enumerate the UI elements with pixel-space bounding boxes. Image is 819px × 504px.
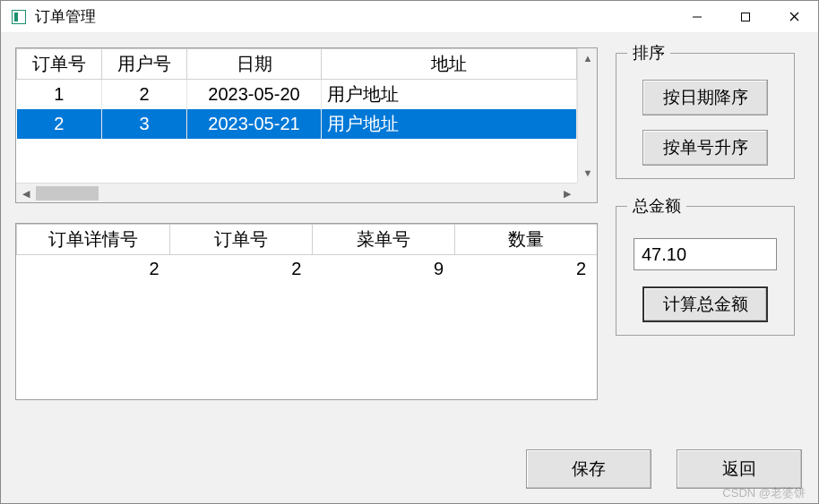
calculate-total-button[interactable]: 计算总金额 <box>642 286 768 322</box>
scroll-down-icon[interactable]: ▼ <box>578 163 598 183</box>
orders-col-order-id[interactable]: 订单号 <box>17 49 102 80</box>
scroll-left-icon[interactable]: ◀ <box>16 184 36 203</box>
right-column: 排序 按日期降序 按单号升序 总金额 计算总金额 <box>616 42 795 352</box>
maximize-button[interactable] <box>721 1 770 33</box>
scroll-right-icon[interactable]: ▶ <box>557 184 577 203</box>
sort-group: 排序 按日期降序 按单号升序 <box>616 42 795 179</box>
scroll-thumb[interactable] <box>36 186 99 201</box>
svg-line-3 <box>790 13 798 21</box>
details-col-detail-id[interactable]: 订单详情号 <box>17 225 170 255</box>
sort-by-date-desc-button[interactable]: 按日期降序 <box>642 80 768 115</box>
cell-address: 用户地址 <box>322 80 577 110</box>
left-column: 订单号 用户号 日期 地址 1 2 2023-05-20 用户地 <box>15 47 598 400</box>
svg-line-2 <box>790 13 798 21</box>
sort-legend: 排序 <box>627 42 670 64</box>
svg-rect-1 <box>742 13 750 21</box>
cell-order-id: 2 <box>17 109 102 139</box>
cell-menu-id: 9 <box>312 255 454 284</box>
details-col-menu-id[interactable]: 菜单号 <box>312 225 454 255</box>
sort-by-id-asc-button[interactable]: 按单号升序 <box>642 130 768 166</box>
orders-header-row: 订单号 用户号 日期 地址 <box>17 49 577 80</box>
app-window: 订单管理 订单号 <box>0 0 819 504</box>
total-legend: 总金额 <box>627 195 686 217</box>
scroll-corner <box>577 183 597 202</box>
titlebar: 订单管理 <box>1 1 818 33</box>
orders-col-address[interactable]: 地址 <box>322 49 577 80</box>
cell-order-id: 1 <box>17 80 102 110</box>
orders-vertical-scrollbar[interactable]: ▲ ▼ <box>577 48 597 183</box>
close-button[interactable] <box>770 1 818 33</box>
details-header-row: 订单详情号 订单号 菜单号 数量 <box>17 225 598 255</box>
orders-col-date[interactable]: 日期 <box>187 49 322 80</box>
details-table-frame: 订单详情号 订单号 菜单号 数量 2 2 9 2 <box>15 223 598 400</box>
orders-table[interactable]: 订单号 用户号 日期 地址 1 2 2023-05-20 用户地 <box>16 48 577 139</box>
cell-user-id: 2 <box>102 80 187 110</box>
scroll-up-icon[interactable]: ▲ <box>578 48 598 68</box>
cell-date: 2023-05-20 <box>187 80 322 110</box>
minimize-button[interactable] <box>673 1 721 33</box>
table-row[interactable]: 1 2 2023-05-20 用户地址 <box>17 80 577 110</box>
orders-table-viewport[interactable]: 订单号 用户号 日期 地址 1 2 2023-05-20 用户地 <box>16 48 577 183</box>
bottom-button-row: 保存 返回 <box>526 449 802 489</box>
table-row[interactable]: 2 3 2023-05-21 用户地址 <box>17 109 577 139</box>
details-col-qty[interactable]: 数量 <box>454 225 597 255</box>
table-row[interactable]: 2 2 9 2 <box>17 255 598 284</box>
back-button[interactable]: 返回 <box>677 449 802 489</box>
cell-date: 2023-05-21 <box>187 109 322 139</box>
total-group: 总金额 计算总金额 <box>616 195 795 336</box>
total-amount-input[interactable] <box>634 238 777 270</box>
details-col-order-id[interactable]: 订单号 <box>170 225 313 255</box>
window-title: 订单管理 <box>35 6 673 27</box>
orders-col-user-id[interactable]: 用户号 <box>102 49 187 80</box>
client-area: 订单号 用户号 日期 地址 1 2 2023-05-20 用户地 <box>1 33 818 503</box>
orders-table-frame: 订单号 用户号 日期 地址 1 2 2023-05-20 用户地 <box>15 47 598 203</box>
cell-user-id: 3 <box>102 109 187 139</box>
orders-horizontal-scrollbar[interactable]: ◀ ▶ <box>16 183 577 202</box>
details-table-viewport[interactable]: 订单详情号 订单号 菜单号 数量 2 2 9 2 <box>16 224 597 399</box>
cell-detail-id: 2 <box>17 255 170 284</box>
save-button[interactable]: 保存 <box>526 449 651 489</box>
app-icon <box>12 10 26 24</box>
cell-qty: 2 <box>454 255 597 284</box>
cell-address: 用户地址 <box>322 109 577 139</box>
cell-order-id: 2 <box>170 255 313 284</box>
details-table[interactable]: 订单详情号 订单号 菜单号 数量 2 2 9 2 <box>16 224 597 284</box>
